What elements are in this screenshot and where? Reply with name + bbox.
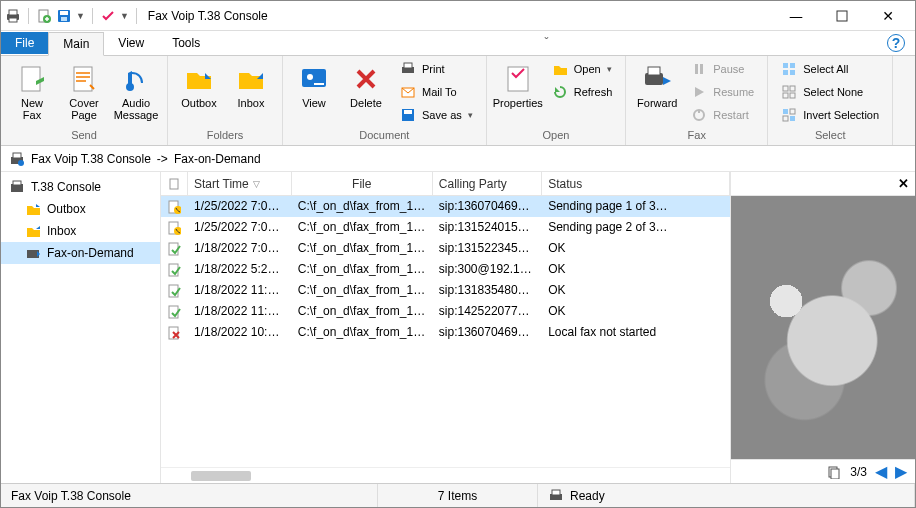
cell-calling-party: sip:13607046969@… xyxy=(433,196,542,217)
tick-icon[interactable] xyxy=(100,8,116,24)
sort-desc-icon: ▽ xyxy=(253,179,260,189)
properties-icon xyxy=(502,63,534,95)
cell-status: OK xyxy=(542,238,730,259)
svg-rect-2 xyxy=(9,18,17,22)
svg-rect-35 xyxy=(783,116,788,121)
minimize-button[interactable]: — xyxy=(773,1,819,30)
new-doc-icon[interactable] xyxy=(36,8,52,24)
svg-rect-8 xyxy=(837,11,847,21)
col-start-time[interactable]: Start Time▽ xyxy=(188,172,292,195)
cell-calling-party: sip:13152234545@… xyxy=(433,238,542,259)
select-none-button[interactable]: Select None xyxy=(774,81,886,103)
cover-page-button[interactable]: Cover Page xyxy=(59,58,109,126)
view-icon xyxy=(298,63,330,95)
table-row[interactable]: 1/18/2022 7:07:…C:\f_on_d\fax_from_101.t… xyxy=(161,238,730,259)
tree-fax-on-demand[interactable]: Fax-on-Demand xyxy=(1,242,160,264)
select-all-button[interactable]: Select All xyxy=(774,58,886,80)
cell-start-time: 1/18/2022 11:0… xyxy=(188,280,292,301)
saveas-button[interactable]: Save as▾ xyxy=(393,104,480,126)
svg-rect-7 xyxy=(61,17,67,21)
tree-outbox[interactable]: Outbox xyxy=(1,198,160,220)
svg-rect-22 xyxy=(695,64,698,74)
pause-button[interactable]: Pause xyxy=(684,58,761,80)
group-select-label: Select xyxy=(774,129,886,143)
tab-view[interactable]: View xyxy=(104,32,158,54)
table-row[interactable]: 1/25/2022 7:02:…C:\f_on_d\fax_from_103.t… xyxy=(161,196,730,217)
print-button[interactable]: Print xyxy=(393,58,480,80)
print-icon xyxy=(400,61,416,77)
preview-close-button[interactable]: ✕ xyxy=(898,176,909,191)
delete-icon xyxy=(350,63,382,95)
svg-point-11 xyxy=(126,83,134,91)
svg-rect-25 xyxy=(783,63,788,68)
save-dropdown-icon[interactable]: ▼ xyxy=(76,11,85,21)
printer-icon[interactable] xyxy=(5,8,21,24)
row-status-icon xyxy=(161,280,188,301)
table-row[interactable]: 1/18/2022 10:5…C:\f_on_d\fax_from_101.ti… xyxy=(161,322,730,343)
breadcrumb-arrow: -> xyxy=(157,152,168,166)
tree-inbox[interactable]: Inbox xyxy=(1,220,160,242)
qat-dropdown-icon[interactable]: ▼ xyxy=(120,11,129,21)
row-status-icon xyxy=(161,322,188,343)
cell-file: C:\f_on_d\fax_from_103.tif xyxy=(292,196,433,217)
fod-icon xyxy=(25,245,41,261)
forward-button[interactable]: Forward xyxy=(632,58,682,114)
restart-button[interactable]: Restart xyxy=(684,104,761,126)
cell-status: Sending page 2 of 3… xyxy=(542,217,730,238)
col-status[interactable]: Status xyxy=(542,172,730,195)
svg-point-39 xyxy=(18,160,24,166)
resume-button[interactable]: Resume xyxy=(684,81,761,103)
table-row[interactable]: 1/25/2022 7:00:…C:\f_on_d\fax_from_103.t… xyxy=(161,217,730,238)
col-calling-party[interactable]: Calling Party xyxy=(433,172,542,195)
save-icon[interactable] xyxy=(56,8,72,24)
breadcrumb-leaf[interactable]: Fax-on-Demand xyxy=(174,152,261,166)
svg-rect-33 xyxy=(783,109,788,114)
inbox-button[interactable]: Inbox xyxy=(226,58,276,114)
cell-file: C:\f_on_d\fax_from_101.tif xyxy=(292,322,433,343)
tree-root[interactable]: T.38 Console xyxy=(1,176,160,198)
tab-main[interactable]: Main xyxy=(48,32,104,56)
collapse-ribbon-icon[interactable]: ˇ xyxy=(545,36,549,50)
col-file[interactable]: File xyxy=(292,172,433,195)
cell-start-time: 1/18/2022 11:0… xyxy=(188,301,292,322)
cell-status: OK xyxy=(542,301,730,322)
outbox-button[interactable]: Outbox xyxy=(174,58,224,114)
properties-button[interactable]: Properties xyxy=(493,58,543,114)
horizontal-scrollbar[interactable] xyxy=(161,467,730,483)
row-status-icon xyxy=(161,301,188,322)
status-bar: Fax Voip T.38 Console 7 Items Ready xyxy=(1,483,915,507)
svg-rect-26 xyxy=(790,63,795,68)
cell-start-time: 1/18/2022 10:5… xyxy=(188,322,292,343)
audio-message-button[interactable]: Audio Message xyxy=(111,58,161,126)
maximize-button[interactable] xyxy=(819,1,865,30)
ribbon-tabs: File Main View Tools ˇ ? xyxy=(1,31,915,56)
cell-status: OK xyxy=(542,280,730,301)
svg-rect-54 xyxy=(831,469,839,479)
prev-page-button[interactable]: ◀ xyxy=(875,462,887,481)
table-row[interactable]: 1/18/2022 5:25:…C:\f_on_d\fax_from_102.t… xyxy=(161,259,730,280)
open-folder-icon xyxy=(552,61,568,77)
delete-button[interactable]: Delete xyxy=(341,58,391,114)
mailto-button[interactable]: Mail To xyxy=(393,81,480,103)
tab-file[interactable]: File xyxy=(1,32,48,54)
open-button[interactable]: Open▾ xyxy=(545,58,620,80)
col-icon[interactable] xyxy=(161,172,188,195)
table-row[interactable]: 1/18/2022 11:0…C:\f_on_d\fax_from_102.ti… xyxy=(161,280,730,301)
breadcrumb-root[interactable]: Fax Voip T.38 Console xyxy=(31,152,151,166)
copy-icon[interactable] xyxy=(826,464,842,480)
svg-rect-34 xyxy=(790,109,795,114)
next-page-button[interactable]: ▶ xyxy=(895,462,907,481)
close-button[interactable]: ✕ xyxy=(865,1,911,30)
breadcrumb: Fax Voip T.38 Console -> Fax-on-Demand xyxy=(1,146,915,172)
refresh-icon xyxy=(552,84,568,100)
new-fax-button[interactable]: New Fax xyxy=(7,58,57,126)
group-document-label: Document xyxy=(289,129,480,143)
tab-tools[interactable]: Tools xyxy=(158,32,214,54)
help-button[interactable]: ? xyxy=(887,34,905,52)
table-row[interactable]: 1/18/2022 11:0…C:\f_on_d\fax_from_101.ti… xyxy=(161,301,730,322)
invert-selection-button[interactable]: Invert Selection xyxy=(774,104,886,126)
view-button[interactable]: View xyxy=(289,58,339,114)
cell-file: C:\f_on_d\fax_from_103.tif xyxy=(292,217,433,238)
refresh-button[interactable]: Refresh xyxy=(545,81,620,103)
svg-rect-28 xyxy=(790,70,795,75)
